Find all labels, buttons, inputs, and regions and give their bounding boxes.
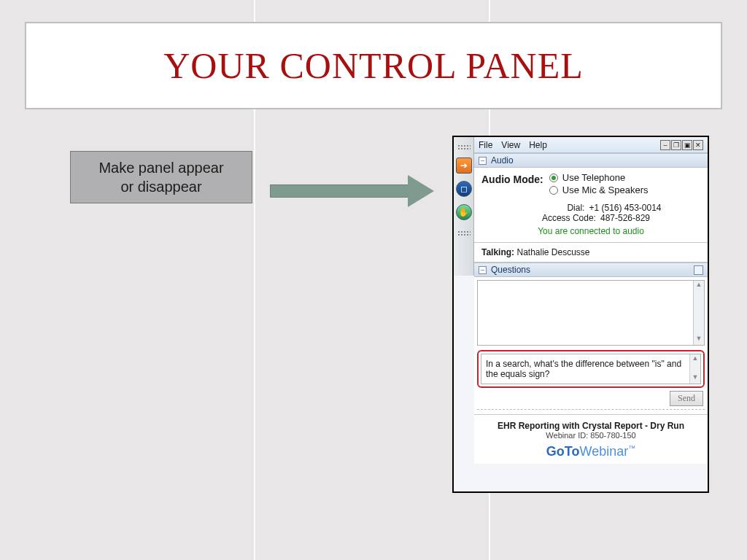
- title-box: YOUR CONTROL PANEL: [25, 22, 722, 109]
- brand-webinar: Webinar: [579, 444, 628, 459]
- audio-section-title: Audio: [491, 155, 514, 166]
- callout-text: Make panel appear or disappear: [98, 158, 223, 196]
- panel-footer: EHR Reporting with Crystal Report - Dry …: [474, 414, 708, 464]
- question-input[interactable]: In a search, what's the difference betwe…: [481, 354, 701, 384]
- brand-logo: GoToWebinar™: [479, 444, 703, 459]
- toggle-panel-button[interactable]: ➔: [456, 158, 472, 174]
- arrow-icon: [270, 175, 434, 207]
- popout-icon[interactable]: [694, 265, 703, 275]
- arrow-shaft: [270, 184, 409, 198]
- gotowebinar-panel: ➔ ◻ ✋ File View Help – ❐ ▣: [452, 136, 709, 493]
- audio-section-body: Audio Mode: Use Telephone Use Mic & Spea…: [474, 168, 708, 243]
- drag-grip-icon[interactable]: [457, 144, 471, 150]
- trademark-icon: ™: [628, 444, 635, 452]
- send-row: Send: [477, 391, 705, 406]
- questions-section-body: ▲ ▼ In a search, what's the difference b…: [474, 277, 708, 414]
- close-button[interactable]: ✕: [693, 140, 703, 150]
- send-button[interactable]: Send: [670, 391, 703, 406]
- separator: [477, 409, 705, 410]
- arrow-right-icon: ➔: [460, 160, 468, 171]
- minimize-button[interactable]: –: [660, 140, 670, 150]
- radio-dot-icon: [549, 186, 558, 195]
- webinar-id: Webinar ID: 850-780-150: [479, 431, 703, 440]
- brand-goto: GoTo: [546, 444, 580, 459]
- radio-use-telephone[interactable]: Use Telephone: [549, 172, 649, 183]
- webinar-id-value: 850-780-150: [590, 431, 635, 440]
- questions-section-title: Questions: [491, 265, 530, 275]
- talking-name: Nathalie Descusse: [516, 247, 589, 257]
- scroll-up-icon[interactable]: ▲: [690, 354, 700, 365]
- audio-mode-label: Audio Mode:: [481, 172, 543, 185]
- session-title: EHR Reporting with Crystal Report - Dry …: [479, 421, 703, 431]
- screen-button[interactable]: ◻: [456, 181, 472, 197]
- audio-connected-msg: You are connected to audio: [481, 226, 700, 236]
- menus: File View Help: [479, 140, 547, 150]
- callout-box: Make panel appear or disappear: [70, 151, 252, 203]
- drag-grip-icon[interactable]: [457, 230, 471, 236]
- menu-bar: File View Help – ❐ ▣ ✕: [474, 137, 708, 153]
- webinar-id-label: Webinar ID:: [546, 431, 588, 440]
- audio-section-header[interactable]: – Audio: [474, 153, 708, 168]
- collapse-icon[interactable]: –: [479, 157, 487, 165]
- questions-section-header[interactable]: – Questions: [474, 262, 708, 277]
- menu-help[interactable]: Help: [529, 140, 547, 150]
- menu-file[interactable]: File: [479, 140, 492, 150]
- talking-label: Talking:: [481, 247, 514, 257]
- question-input-highlight: In a search, what's the difference betwe…: [477, 350, 705, 388]
- radio-dot-icon: [549, 174, 558, 182]
- radio-use-mic-speakers[interactable]: Use Mic & Speakers: [549, 184, 649, 195]
- audio-mode-options: Use Telephone Use Mic & Speakers: [549, 172, 649, 195]
- panel-main: File View Help – ❐ ▣ ✕ – Audio Audio Mod…: [474, 137, 708, 491]
- radio-label: Use Telephone: [562, 172, 626, 183]
- access-code-label: Access Code:: [532, 213, 596, 223]
- dial-number: +1 (516) 453-0014: [589, 203, 661, 213]
- radio-label: Use Mic & Speakers: [562, 184, 649, 195]
- arrow-head-icon: [408, 175, 434, 207]
- scroll-down-icon[interactable]: ▼: [694, 335, 704, 345]
- access-code: 487-526-829: [600, 213, 650, 223]
- scrollbar[interactable]: ▲ ▼: [689, 354, 700, 384]
- menu-view[interactable]: View: [501, 140, 520, 150]
- screen-icon: ◻: [460, 184, 468, 194]
- hand-raise-button[interactable]: ✋: [456, 204, 472, 220]
- scrollbar[interactable]: ▲ ▼: [693, 281, 704, 345]
- question-input-text: In a search, what's the difference betwe…: [486, 359, 681, 379]
- dock-button[interactable]: ▣: [682, 140, 692, 150]
- window-buttons: – ❐ ▣ ✕: [660, 140, 703, 150]
- scroll-down-icon[interactable]: ▼: [690, 373, 700, 384]
- dial-info: Dial: +1 (516) 453-0014 Access Code: 487…: [481, 203, 700, 223]
- slide: YOUR CONTROL PANEL Make panel appear or …: [0, 0, 747, 560]
- scroll-up-icon[interactable]: ▲: [694, 281, 704, 291]
- talking-row: Talking: Nathalie Descusse: [474, 243, 708, 262]
- questions-log[interactable]: ▲ ▼: [477, 280, 705, 346]
- hand-icon: ✋: [458, 207, 469, 217]
- collapse-icon[interactable]: –: [479, 266, 487, 274]
- panel-side-tabs: ➔ ◻ ✋: [454, 137, 474, 276]
- slide-title: YOUR CONTROL PANEL: [163, 44, 583, 87]
- dial-label: Dial:: [520, 203, 584, 213]
- restore-button[interactable]: ❐: [671, 140, 681, 150]
